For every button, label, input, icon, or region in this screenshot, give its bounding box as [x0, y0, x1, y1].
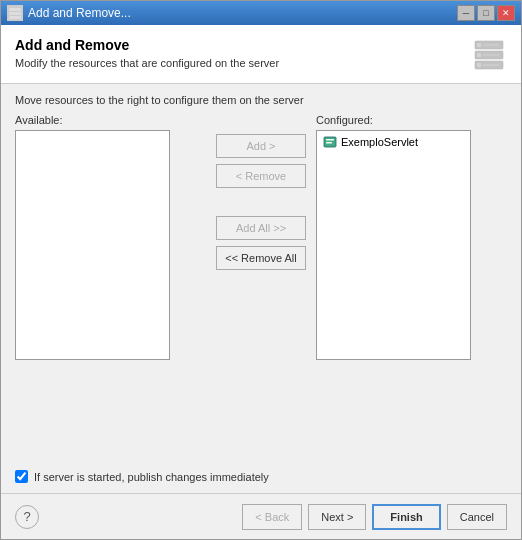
finish-button[interactable]: Finish [372, 504, 440, 530]
available-list[interactable] [15, 130, 170, 360]
configured-label: Configured: [316, 114, 507, 126]
dialog-title: Add and Remove [15, 37, 279, 53]
available-label: Available: [15, 114, 206, 126]
configured-item-exemploservlet[interactable]: ExemploServlet [319, 133, 468, 151]
remove-button[interactable]: < Remove [216, 164, 306, 188]
svg-rect-10 [477, 63, 481, 67]
footer-left: ? [15, 505, 39, 529]
footer-right: < Back Next > Finish Cancel [242, 504, 507, 530]
header-text: Add and Remove Modify the resources that… [15, 37, 279, 69]
svg-rect-5 [483, 45, 499, 46]
title-bar-left: Add and Remove... [7, 5, 131, 21]
servlet-icon [323, 135, 337, 149]
footer: ? < Back Next > Finish Cancel [1, 493, 521, 539]
svg-rect-4 [477, 43, 481, 47]
dialog-subtitle: Modify the resources that are configured… [15, 57, 279, 69]
add-all-button[interactable]: Add All >> [216, 216, 306, 240]
configured-section: Configured: ExemploServlet [316, 114, 507, 360]
content-area: Move resources to the right to configure… [1, 84, 521, 493]
add-button[interactable]: Add > [216, 134, 306, 158]
available-section: Available: [15, 114, 206, 360]
svg-rect-11 [483, 65, 499, 66]
resources-area: Available: Add > < Remove Add All >> << … [15, 114, 507, 462]
svg-rect-13 [326, 139, 334, 141]
main-window: Add and Remove... ─ □ ✕ Add and Remove M… [0, 0, 522, 540]
server-icon [471, 37, 507, 73]
window-icon [7, 5, 23, 21]
configured-item-label: ExemploServlet [341, 136, 418, 148]
window-icon-svg [8, 6, 22, 20]
configured-list[interactable]: ExemploServlet [316, 130, 471, 360]
publish-label[interactable]: If server is started, publish changes im… [34, 471, 269, 483]
svg-rect-2 [9, 16, 21, 19]
svg-rect-7 [477, 53, 481, 57]
help-button[interactable]: ? [15, 505, 39, 529]
maximize-button[interactable]: □ [477, 5, 495, 21]
close-button[interactable]: ✕ [497, 5, 515, 21]
title-bar: Add and Remove... ─ □ ✕ [1, 1, 521, 25]
cancel-button[interactable]: Cancel [447, 504, 507, 530]
svg-rect-14 [326, 142, 332, 144]
header-icon [471, 37, 507, 73]
instruction-text: Move resources to the right to configure… [15, 94, 507, 106]
minimize-button[interactable]: ─ [457, 5, 475, 21]
servlet-icon-svg [323, 135, 337, 149]
title-controls: ─ □ ✕ [457, 5, 515, 21]
remove-all-button[interactable]: << Remove All [216, 246, 306, 270]
middle-buttons: Add > < Remove Add All >> << Remove All [206, 134, 316, 270]
svg-rect-0 [9, 8, 21, 11]
back-button[interactable]: < Back [242, 504, 302, 530]
publish-checkbox[interactable] [15, 470, 28, 483]
window-title: Add and Remove... [28, 6, 131, 20]
svg-rect-8 [483, 55, 499, 56]
svg-rect-1 [9, 12, 21, 15]
publish-checkbox-row: If server is started, publish changes im… [15, 470, 507, 483]
next-button[interactable]: Next > [308, 504, 366, 530]
header-area: Add and Remove Modify the resources that… [1, 25, 521, 84]
